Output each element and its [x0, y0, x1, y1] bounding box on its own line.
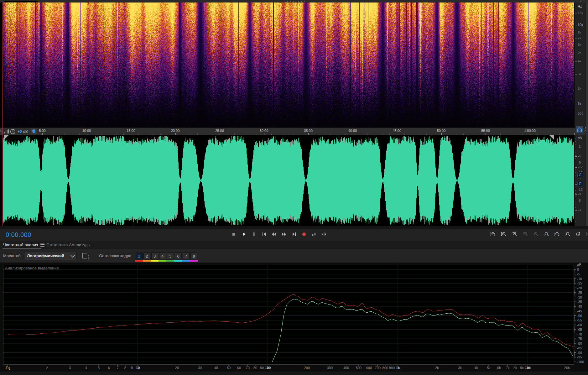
skip-forward-button[interactable]: [290, 230, 298, 238]
db-tick-label: -12: [578, 165, 583, 169]
hz-tick: [575, 45, 577, 45]
monitor-toggle[interactable]: [576, 126, 583, 133]
freq-axis-label: 9k: [520, 366, 524, 370]
plot-title: Анализированое выделение: [5, 266, 59, 270]
play-button[interactable]: [240, 230, 248, 238]
zoom-in-horizontal-button[interactable]: [510, 230, 518, 238]
freq-axis-label: 300: [327, 366, 333, 370]
hold-frame-button-7[interactable]: 7: [183, 253, 190, 259]
fade-out-handle[interactable]: [549, 135, 554, 140]
panel-menu-icon[interactable]: [40, 243, 44, 247]
zoom-out-vertical-icon: [501, 232, 506, 237]
tab-amplitude-statistics[interactable]: Статистика Амплитуды: [46, 241, 90, 249]
hold-frame-button-6[interactable]: 6: [175, 253, 182, 259]
freq-axis-label: 60: [237, 366, 241, 370]
hold-frame-4: 4: [159, 253, 166, 259]
loop-playback-button[interactable]: [310, 230, 318, 238]
zoom-out-horizontal-button[interactable]: [521, 230, 529, 238]
gain-value[interactable]: +0: [18, 129, 22, 134]
zoom-in-vertical-button[interactable]: [489, 230, 497, 238]
zoom-out-vertical-button[interactable]: [499, 230, 508, 238]
snap-toggle[interactable]: [31, 128, 37, 134]
freq-axis-label: 5k: [487, 366, 491, 370]
hz-tick-label: 4k: [578, 59, 581, 63]
fade-in-handle[interactable]: [4, 135, 9, 140]
time-display[interactable]: 0:00.000: [6, 231, 31, 238]
hz-tick-label: 15k: [578, 11, 583, 15]
db-tick-label: -3: [578, 145, 581, 148]
hold-frame-button-8[interactable]: 8: [190, 253, 197, 259]
pause-button[interactable]: [250, 230, 258, 238]
db-tick: [575, 193, 576, 194]
fast-forward-button[interactable]: [280, 230, 288, 238]
waveform[interactable]: [3, 135, 574, 226]
stop-button[interactable]: [230, 230, 238, 238]
timeline-ruler[interactable]: +0 dB 5:0010:0015:0020:0025:0030:0035:00…: [0, 128, 585, 135]
timeline-label: 5:00: [39, 129, 45, 133]
hold-frame-color: [151, 260, 159, 262]
zoom-time-button[interactable]: [574, 230, 582, 238]
hz-tick: [575, 61, 577, 62]
freq-axis-label: 4k: [474, 366, 478, 370]
freq-axis-label: 10: [136, 366, 140, 370]
hz-tick: [575, 74, 577, 75]
hold-frame-button-1[interactable]: 1: [136, 253, 143, 259]
db-axis-label: -30: [577, 295, 582, 299]
hold-frame-button-5[interactable]: 5: [167, 253, 174, 259]
db-tick: [575, 150, 576, 150]
hz-tick: [575, 13, 577, 13]
db-unit-label: dB: [578, 136, 582, 140]
hold-frame-button-4[interactable]: 4: [159, 253, 166, 259]
zoom-buttons: {}{}: [489, 230, 588, 238]
horizontal-scrollbar[interactable]: [4, 1, 38, 2]
db-tick-major: [575, 201, 577, 201]
scale-value: Логарифмический: [27, 253, 64, 258]
levels-icon[interactable]: [4, 129, 9, 134]
skip-back-button[interactable]: [260, 230, 268, 238]
freq-axis-label: 2k: [435, 366, 439, 370]
db-tick: [575, 207, 576, 208]
frequency-ruler[interactable]: Hz 15k10k8k7k6k5k4k3k2k1k500: [575, 3, 586, 128]
zoom-full-button[interactable]: [585, 230, 588, 238]
amplitude-ruler[interactable]: dB -3-3-6-6-9-9-12-12-18-18-∞: [575, 135, 586, 226]
copy-frames-icon[interactable]: [82, 253, 87, 258]
ruler-menu-arrow-icon[interactable]: ▾: [580, 0, 581, 3]
channel-badge-left[interactable]: Л: [577, 172, 583, 177]
hold-frame-button-3[interactable]: 3: [151, 253, 158, 259]
hz-tick: [575, 89, 577, 89]
hold-frame-2: 2: [143, 253, 150, 259]
frequency-plot-region: Анализированое выделение дБ 0-5-10-15-20…: [0, 263, 588, 375]
svg-text:{: {: [544, 232, 545, 236]
panel-grip[interactable]: [284, 1, 305, 2]
skip-selection-button[interactable]: [320, 230, 328, 238]
zoom-in-point-button[interactable]: {: [542, 230, 550, 238]
zoom-selection-button[interactable]: {}: [563, 230, 572, 238]
db-axis-label: -10: [577, 277, 582, 281]
record-button[interactable]: [300, 230, 308, 238]
fast-forward-icon: [281, 232, 287, 237]
timeline-label: 15:00: [127, 129, 135, 133]
timeline-label: 1:00:00: [524, 129, 536, 133]
scale-dropdown[interactable]: Логарифмический: [24, 252, 77, 260]
freq-axis-label: 400: [343, 366, 349, 370]
hold-frame-7: 7: [183, 253, 190, 259]
toolbar-divider: [29, 129, 29, 134]
spectrogram[interactable]: [3, 3, 574, 128]
active-tab-underline: [3, 248, 41, 248]
zoom-reset-button[interactable]: [531, 230, 540, 238]
channel-badge-right[interactable]: П: [577, 181, 583, 186]
playhead[interactable]: [3, 3, 3, 226]
hold-frame-button-2[interactable]: 2: [143, 253, 150, 259]
db-axis-label: -55: [577, 318, 582, 322]
db-axis-label: -5: [577, 272, 580, 276]
skip-forward-icon: [291, 232, 297, 237]
db-tick-major: [575, 184, 577, 185]
zoom-out-point-button[interactable]: }: [553, 230, 561, 238]
db-tick-label: -9: [578, 161, 581, 164]
db-tick: [575, 172, 576, 173]
db-axis-label: -50: [577, 314, 582, 318]
hold-label: Остановка кадра:: [99, 253, 133, 258]
db-tick: [575, 199, 576, 199]
rewind-button[interactable]: [270, 230, 278, 238]
freq-axis-label: 500: [356, 366, 362, 370]
